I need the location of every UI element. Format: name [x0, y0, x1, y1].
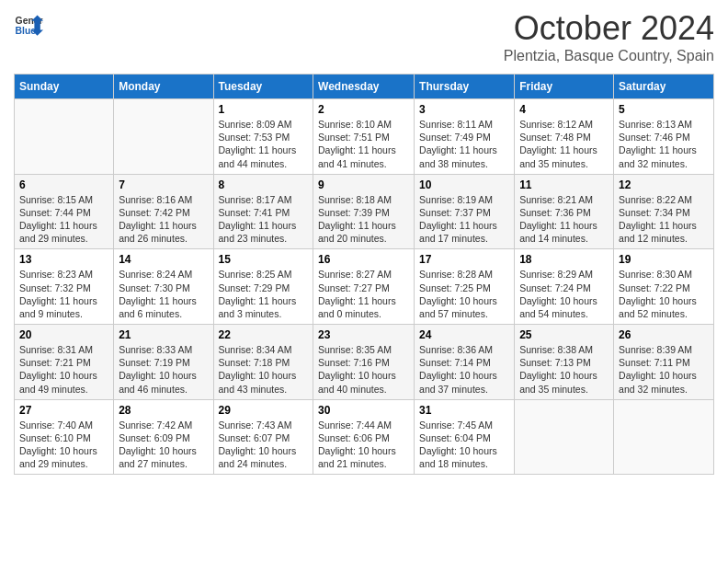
day-info: Sunrise: 8:29 AM Sunset: 7:24 PM Dayligh… — [519, 268, 609, 320]
day-number: 12 — [619, 178, 709, 191]
calendar-cell: 9Sunrise: 8:18 AM Sunset: 7:39 PM Daylig… — [313, 174, 415, 249]
calendar-cell: 26Sunrise: 8:39 AM Sunset: 7:11 PM Dayli… — [614, 325, 714, 400]
day-info: Sunrise: 8:21 AM Sunset: 7:36 PM Dayligh… — [519, 193, 609, 246]
calendar-cell: 5Sunrise: 8:13 AM Sunset: 7:46 PM Daylig… — [614, 99, 714, 175]
day-info: Sunrise: 8:18 AM Sunset: 7:39 PM Dayligh… — [318, 193, 409, 246]
calendar-cell: 31Sunrise: 7:45 AM Sunset: 6:04 PM Dayli… — [415, 399, 515, 475]
calendar-header-row: Sunday Monday Tuesday Wednesday Thursday… — [15, 75, 714, 99]
calendar-cell: 11Sunrise: 8:21 AM Sunset: 7:36 PM Dayli… — [515, 174, 614, 249]
day-number: 19 — [619, 253, 709, 266]
day-info: Sunrise: 7:44 AM Sunset: 6:06 PM Dayligh… — [318, 419, 409, 471]
day-info: Sunrise: 8:24 AM Sunset: 7:30 PM Dayligh… — [119, 268, 208, 320]
calendar-cell: 3Sunrise: 8:11 AM Sunset: 7:49 PM Daylig… — [415, 99, 515, 175]
calendar-cell: 8Sunrise: 8:17 AM Sunset: 7:41 PM Daylig… — [213, 174, 313, 249]
calendar-cell: 22Sunrise: 8:34 AM Sunset: 7:18 PM Dayli… — [213, 325, 313, 400]
month-title: October 2024 — [504, 9, 714, 48]
day-info: Sunrise: 8:12 AM Sunset: 7:48 PM Dayligh… — [519, 118, 609, 170]
col-monday: Monday — [114, 75, 213, 99]
header: General Blue October 2024 Plentzia, Basq… — [14, 9, 714, 64]
calendar-cell: 2Sunrise: 8:10 AM Sunset: 7:51 PM Daylig… — [313, 99, 415, 175]
day-info: Sunrise: 8:30 AM Sunset: 7:22 PM Dayligh… — [619, 268, 709, 320]
calendar-cell — [515, 399, 614, 475]
day-info: Sunrise: 8:16 AM Sunset: 7:42 PM Dayligh… — [119, 193, 208, 246]
day-number: 6 — [19, 178, 108, 191]
day-info: Sunrise: 7:42 AM Sunset: 6:09 PM Dayligh… — [119, 419, 208, 471]
day-number: 20 — [19, 328, 108, 341]
day-number: 4 — [519, 103, 609, 116]
page-container: General Blue October 2024 Plentzia, Basq… — [0, 0, 728, 484]
day-number: 22 — [219, 328, 309, 341]
day-number: 28 — [119, 404, 208, 417]
day-info: Sunrise: 8:36 AM Sunset: 7:14 PM Dayligh… — [419, 343, 509, 396]
day-info: Sunrise: 8:13 AM Sunset: 7:46 PM Dayligh… — [619, 118, 709, 170]
col-saturday: Saturday — [614, 75, 714, 99]
day-info: Sunrise: 8:25 AM Sunset: 7:29 PM Dayligh… — [219, 268, 309, 320]
day-number: 7 — [119, 178, 208, 191]
day-number: 10 — [419, 178, 509, 191]
calendar-cell: 7Sunrise: 8:16 AM Sunset: 7:42 PM Daylig… — [114, 174, 213, 249]
logo-icon: General Blue — [14, 9, 43, 39]
day-info: Sunrise: 8:22 AM Sunset: 7:34 PM Dayligh… — [619, 193, 709, 246]
logo: General Blue — [14, 9, 43, 39]
day-info: Sunrise: 8:11 AM Sunset: 7:49 PM Dayligh… — [419, 118, 509, 170]
day-number: 2 — [318, 103, 409, 116]
day-info: Sunrise: 7:43 AM Sunset: 6:07 PM Dayligh… — [219, 419, 309, 471]
day-number: 24 — [419, 328, 509, 341]
day-info: Sunrise: 8:39 AM Sunset: 7:11 PM Dayligh… — [619, 343, 709, 396]
day-number: 31 — [419, 404, 509, 417]
day-number: 21 — [119, 328, 208, 341]
calendar-cell — [614, 399, 714, 475]
calendar-cell: 1Sunrise: 8:09 AM Sunset: 7:53 PM Daylig… — [213, 99, 313, 175]
location: Plentzia, Basque Country, Spain — [504, 48, 714, 64]
day-number: 17 — [419, 253, 509, 266]
day-info: Sunrise: 8:15 AM Sunset: 7:44 PM Dayligh… — [19, 193, 108, 246]
day-info: Sunrise: 8:28 AM Sunset: 7:25 PM Dayligh… — [419, 268, 509, 320]
day-number: 13 — [19, 253, 108, 266]
col-tuesday: Tuesday — [213, 75, 313, 99]
day-number: 16 — [318, 253, 409, 266]
calendar-cell: 12Sunrise: 8:22 AM Sunset: 7:34 PM Dayli… — [614, 174, 714, 249]
col-thursday: Thursday — [415, 75, 515, 99]
calendar-week-4: 20Sunrise: 8:31 AM Sunset: 7:21 PM Dayli… — [15, 325, 714, 400]
day-info: Sunrise: 8:34 AM Sunset: 7:18 PM Dayligh… — [219, 343, 309, 396]
day-number: 26 — [619, 328, 709, 341]
calendar-cell: 19Sunrise: 8:30 AM Sunset: 7:22 PM Dayli… — [614, 249, 714, 325]
day-info: Sunrise: 7:40 AM Sunset: 6:10 PM Dayligh… — [19, 419, 108, 471]
day-number: 3 — [419, 103, 509, 116]
day-number: 30 — [318, 404, 409, 417]
day-info: Sunrise: 8:33 AM Sunset: 7:19 PM Dayligh… — [119, 343, 208, 396]
day-info: Sunrise: 8:23 AM Sunset: 7:32 PM Dayligh… — [19, 268, 108, 320]
calendar-cell: 29Sunrise: 7:43 AM Sunset: 6:07 PM Dayli… — [213, 399, 313, 475]
calendar-cell: 24Sunrise: 8:36 AM Sunset: 7:14 PM Dayli… — [415, 325, 515, 400]
col-wednesday: Wednesday — [313, 75, 415, 99]
day-number: 29 — [219, 404, 309, 417]
calendar-cell: 21Sunrise: 8:33 AM Sunset: 7:19 PM Dayli… — [114, 325, 213, 400]
calendar-week-2: 6Sunrise: 8:15 AM Sunset: 7:44 PM Daylig… — [15, 174, 714, 249]
calendar-cell: 6Sunrise: 8:15 AM Sunset: 7:44 PM Daylig… — [15, 174, 114, 249]
day-number: 23 — [318, 328, 409, 341]
day-number: 9 — [318, 178, 409, 191]
calendar-cell: 4Sunrise: 8:12 AM Sunset: 7:48 PM Daylig… — [515, 99, 614, 175]
day-number: 8 — [219, 178, 309, 191]
calendar-cell: 20Sunrise: 8:31 AM Sunset: 7:21 PM Dayli… — [15, 325, 114, 400]
calendar-cell: 14Sunrise: 8:24 AM Sunset: 7:30 PM Dayli… — [114, 249, 213, 325]
calendar-cell: 23Sunrise: 8:35 AM Sunset: 7:16 PM Dayli… — [313, 325, 415, 400]
day-info: Sunrise: 7:45 AM Sunset: 6:04 PM Dayligh… — [419, 419, 509, 471]
calendar-cell: 30Sunrise: 7:44 AM Sunset: 6:06 PM Dayli… — [313, 399, 415, 475]
calendar-cell — [15, 99, 114, 175]
calendar: Sunday Monday Tuesday Wednesday Thursday… — [14, 74, 714, 475]
day-number: 15 — [219, 253, 309, 266]
calendar-cell: 27Sunrise: 7:40 AM Sunset: 6:10 PM Dayli… — [15, 399, 114, 475]
day-number: 18 — [519, 253, 609, 266]
day-info: Sunrise: 8:09 AM Sunset: 7:53 PM Dayligh… — [219, 118, 309, 170]
col-sunday: Sunday — [15, 75, 114, 99]
day-info: Sunrise: 8:10 AM Sunset: 7:51 PM Dayligh… — [318, 118, 409, 170]
day-number: 27 — [19, 404, 108, 417]
calendar-cell: 25Sunrise: 8:38 AM Sunset: 7:13 PM Dayli… — [515, 325, 614, 400]
calendar-cell: 16Sunrise: 8:27 AM Sunset: 7:27 PM Dayli… — [313, 249, 415, 325]
day-number: 14 — [119, 253, 208, 266]
calendar-week-5: 27Sunrise: 7:40 AM Sunset: 6:10 PM Dayli… — [15, 399, 714, 475]
day-info: Sunrise: 8:31 AM Sunset: 7:21 PM Dayligh… — [19, 343, 108, 396]
day-info: Sunrise: 8:35 AM Sunset: 7:16 PM Dayligh… — [318, 343, 409, 396]
calendar-cell: 10Sunrise: 8:19 AM Sunset: 7:37 PM Dayli… — [415, 174, 515, 249]
